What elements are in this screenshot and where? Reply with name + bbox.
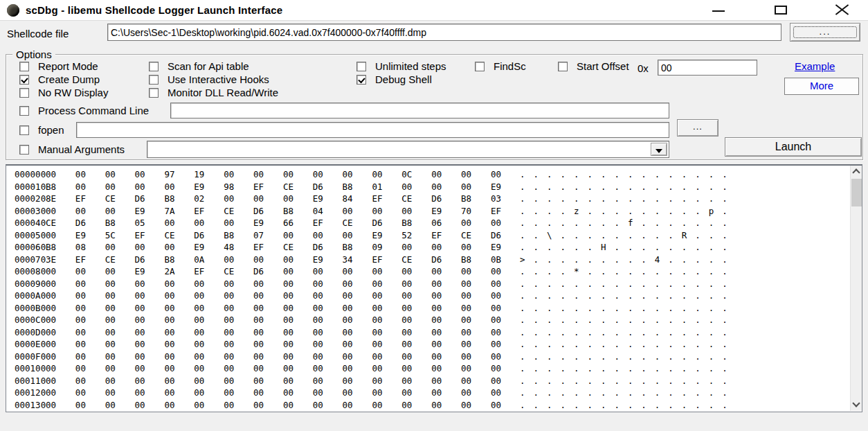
hex-byte: 00	[46, 229, 56, 242]
hex-byte: CE	[224, 265, 234, 278]
ascii-char: .	[655, 229, 660, 242]
ascii-char: .	[533, 387, 539, 399]
hex-byte: 00	[313, 387, 323, 399]
checkbox-label: Unlimited steps	[375, 60, 446, 72]
shellcode-file-input[interactable]	[107, 24, 781, 41]
hex-byte: 00	[283, 362, 293, 375]
hex-view[interactable]: 0000000000000097190000000000000C000000..…	[6, 164, 862, 412]
process-command-line-input[interactable]	[170, 103, 669, 118]
combobox-dropdown-button[interactable]	[651, 143, 667, 156]
checkbox-manual-arguments[interactable]: Manual Arguments	[19, 143, 125, 155]
browse-file-button[interactable]: ...	[790, 23, 860, 42]
hex-byte: 00	[253, 351, 264, 363]
scroll-down-button[interactable]	[851, 399, 862, 411]
hex-bytes: 00000000000000000000000000000000	[46, 326, 501, 339]
hex-byte: 00	[224, 399, 234, 412]
ascii-char: \	[547, 229, 552, 242]
start-offset-input[interactable]	[658, 60, 757, 76]
hex-byte: 08	[75, 241, 86, 254]
hex-scrollbar[interactable]	[850, 166, 862, 411]
hex-byte: 00	[253, 290, 264, 302]
scrollbar-thumb[interactable]	[851, 179, 862, 206]
close-button[interactable]	[826, 0, 857, 21]
scroll-up-button[interactable]	[851, 166, 862, 177]
example-link[interactable]: Example	[795, 60, 835, 72]
hex-byte: 00	[46, 290, 56, 302]
checkbox-start-offset[interactable]: Start Offset	[558, 60, 629, 72]
ascii-char: .	[614, 254, 620, 266]
app-window: scDbg - libemu Shellcode Logger Launch I…	[0, 0, 868, 431]
hex-byte: 00	[194, 217, 204, 229]
hex-byte: 00	[372, 362, 382, 375]
hex-byte: 00	[372, 351, 382, 363]
hex-byte: 00	[343, 314, 353, 326]
checkbox-box	[356, 62, 366, 71]
hex-byte: 00	[164, 302, 174, 315]
hex-byte: 5C	[105, 229, 116, 242]
hex-byte: B8	[224, 229, 234, 242]
hex-byte: 00	[46, 278, 56, 290]
ascii-char: .	[520, 362, 525, 375]
hex-byte: 00	[105, 399, 116, 412]
hex-byte: 00	[194, 399, 204, 412]
hex-offset: 000100	[15, 362, 46, 375]
fopen-input[interactable]	[76, 122, 669, 138]
checkbox-debug-shell[interactable]: Debug Shell	[356, 73, 432, 85]
hex-byte: D6	[194, 229, 204, 242]
hex-row: 0000703EEFCED6B80A000000E934EFCED6B80B>.…	[6, 254, 862, 266]
ascii-char: .	[695, 181, 700, 193]
fopen-browse-button[interactable]: ...	[677, 119, 718, 137]
hex-byte: 00	[372, 278, 382, 290]
ascii-char: .	[614, 387, 620, 399]
hex-byte: E9	[135, 265, 145, 278]
minimize-button[interactable]	[703, 0, 734, 21]
manual-arguments-combobox[interactable]	[147, 141, 669, 158]
hex-byte: 0A	[194, 254, 204, 266]
checkbox-scan-api-table[interactable]: Scan for Api table	[149, 60, 249, 72]
ascii-char: .	[655, 290, 660, 302]
checkbox-box	[356, 75, 366, 85]
checkbox-unlimited-steps[interactable]: Unlimited steps	[356, 60, 446, 72]
more-button[interactable]: More	[784, 78, 859, 95]
ascii-char: .	[614, 181, 620, 193]
ascii-char: .	[533, 399, 539, 412]
hex-byte: 00	[224, 302, 234, 315]
ascii-char: .	[587, 351, 593, 363]
ascii-char: .	[533, 362, 539, 375]
checkbox-process-command-line[interactable]: Process Command Line	[19, 105, 149, 116]
checkbox-no-rw-display[interactable]: No RW Display	[19, 87, 108, 98]
launch-button[interactable]: Launch	[725, 137, 862, 157]
checkbox-interactive-hooks[interactable]: Use Interactive Hooks	[149, 73, 269, 85]
minimize-icon	[712, 10, 725, 12]
hex-byte: 00	[313, 290, 323, 302]
hex-ascii: ................	[520, 387, 727, 399]
ascii-char: .	[709, 254, 714, 266]
checkbox-findsc[interactable]: FindSc	[475, 60, 526, 72]
app-icon[interactable]	[7, 4, 19, 17]
hex-byte: 00	[283, 193, 293, 205]
ascii-char: .	[628, 362, 633, 375]
ascii-char: >	[520, 254, 525, 266]
checkbox-report-mode[interactable]: Report Mode	[19, 60, 98, 72]
ascii-char: z	[574, 205, 579, 218]
checkbox-label: fopen	[38, 124, 64, 136]
maximize-button[interactable]	[766, 0, 796, 21]
ascii-char: .	[574, 168, 579, 181]
checkbox-monitor-dll[interactable]: Monitor DLL Read/Write	[149, 87, 278, 98]
hex-byte: 00	[431, 181, 442, 193]
hex-byte: CE	[283, 181, 293, 193]
checkbox-fopen[interactable]: fopen	[19, 124, 64, 136]
hex-byte: 00	[313, 168, 323, 181]
hex-byte: 19	[194, 168, 204, 181]
hex-bytes: CED6B805000000E966EFCED6B8060000	[46, 217, 501, 229]
hex-row: 0000C000000000000000000000000000000000..…	[6, 314, 862, 326]
hex-bytes: 00000000000000000000000000000000	[46, 290, 501, 302]
hex-byte: 00	[75, 362, 86, 375]
hex-byte: D6	[431, 193, 442, 205]
ascii-char: .	[560, 399, 566, 412]
checkbox-box	[149, 88, 159, 98]
hex-byte: 00	[461, 290, 471, 302]
checkbox-create-dump[interactable]: Create Dump	[19, 73, 100, 85]
ascii-char: .	[614, 205, 620, 218]
hex-byte: 0B	[491, 254, 501, 266]
